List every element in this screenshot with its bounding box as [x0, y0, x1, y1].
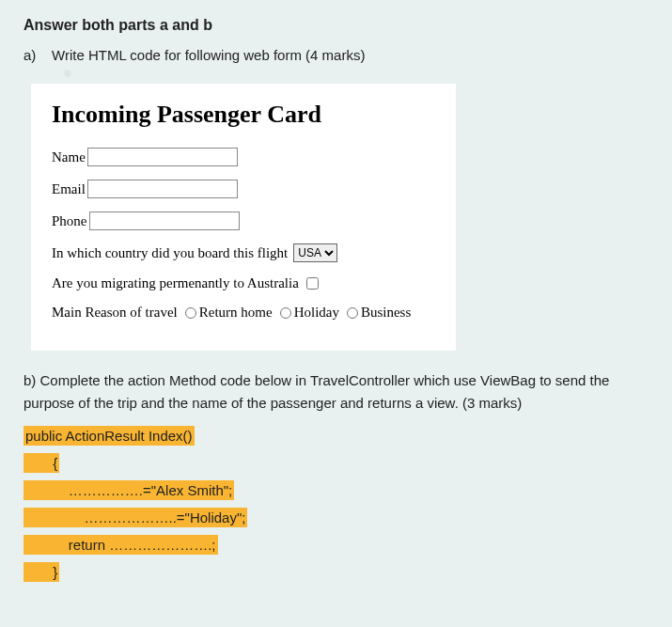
email-row: Email — [52, 180, 435, 198]
reason-option-return: Return home — [185, 305, 273, 321]
reason-option-holiday: Holiday — [280, 305, 339, 321]
code-block: public ActionResult Index() { …………….="Al… — [23, 426, 649, 589]
email-label: Email — [52, 181, 86, 197]
country-select[interactable]: USA — [293, 243, 337, 262]
reason-option-business: Business — [347, 305, 411, 321]
migrate-row: Are you migrating permenantly to Austral… — [52, 275, 435, 291]
name-input[interactable] — [87, 148, 238, 166]
code-line-1: public ActionResult Index() — [23, 426, 195, 446]
reason-row: Main Reason of travel Return home Holida… — [52, 305, 435, 321]
email-input[interactable] — [87, 180, 238, 198]
code-line-4: ………………..="Holiday"; — [23, 508, 247, 527]
part-a-text: Write HTML code for following web form (… — [52, 47, 365, 63]
name-label: Name — [52, 149, 86, 165]
part-a-prompt: a) Write HTML code for following web for… — [23, 47, 649, 63]
code-line-6: } — [23, 562, 59, 582]
reason-label: Main Reason of travel — [52, 305, 178, 321]
phone-row: Phone — [52, 212, 435, 230]
migrate-checkbox[interactable] — [306, 277, 319, 290]
radio-holiday[interactable] — [280, 307, 291, 319]
phone-input[interactable] — [89, 212, 240, 230]
country-row: In which country did you board this flig… — [52, 243, 435, 262]
radio-business-label: Business — [361, 305, 411, 321]
bullet-dot: • — [63, 71, 649, 76]
country-question: In which country did you board this flig… — [52, 245, 288, 261]
passenger-form-card: Incoming Passenger Card Name Email Phone… — [31, 84, 456, 351]
radio-business[interactable] — [347, 307, 358, 319]
code-line-3: …………….="Alex Smith"; — [23, 480, 234, 500]
form-title: Incoming Passenger Card — [52, 101, 435, 129]
migrate-question: Are you migrating permenantly to Austral… — [52, 275, 299, 291]
part-b-prompt: b) Complete the action Method code below… — [23, 369, 649, 415]
question-heading: Answer both parts a and b — [23, 17, 649, 34]
code-line-2: { — [23, 453, 59, 473]
radio-holiday-label: Holiday — [294, 305, 339, 321]
phone-label: Phone — [52, 213, 87, 229]
code-line-5: return ………………….; — [23, 535, 218, 555]
radio-return-home[interactable] — [185, 307, 196, 319]
name-row: Name — [52, 148, 435, 166]
part-a-label: a) — [23, 47, 52, 63]
radio-return-home-label: Return home — [199, 305, 273, 321]
